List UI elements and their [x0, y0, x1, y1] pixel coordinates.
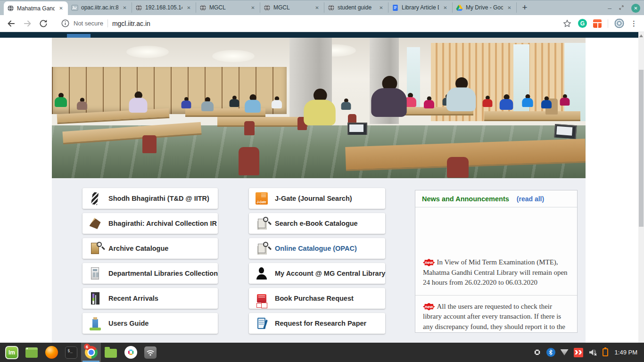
photo-window: [564, 43, 586, 121]
info-icon[interactable]: [61, 19, 69, 27]
web-page: Shodh Bhagirathi (T&D @ IITR) Bhagirathi…: [0, 32, 644, 343]
tab-close-icon[interactable]: ✕: [121, 4, 128, 11]
tab-close-icon[interactable]: ✕: [506, 4, 513, 11]
link-research-paper-request[interactable]: Request for Research Paper: [249, 313, 385, 334]
tab-close-icon[interactable]: ✕: [185, 4, 192, 11]
news-announcements-panel: News and Announcements (read all) newIn …: [415, 190, 578, 333]
tab-mgcl-2[interactable]: MGCL ✕: [260, 2, 324, 13]
scrollbar-up-arrow[interactable]: [639, 34, 643, 37]
mint-menu-button[interactable]: lm: [2, 343, 22, 362]
tab-title: MGCL: [273, 4, 311, 11]
grammarly-extension-icon[interactable]: G: [578, 19, 587, 28]
link-online-catalogue-opac[interactable]: Online Catalogue (OPAC): [249, 238, 385, 259]
link-bhagirathi-archival[interactable]: Bhagirathi: Archival Collection IR: [83, 213, 218, 234]
tab-title: student guide: [338, 4, 375, 11]
scrollbar-thumb[interactable]: [639, 70, 644, 227]
slack-tray-icon[interactable]: [533, 348, 541, 356]
tab-close-icon[interactable]: ✕: [58, 5, 65, 12]
photo-person: [424, 96, 434, 108]
browser-tab-bar: Mahatma Gand ✕ opac.iitr.ac.in:8 ✕ 192.1…: [0, 0, 644, 15]
quick-links-left-column: Shodh Bhagirathi (T&D @ IITR) Bhagirathi…: [83, 188, 218, 338]
screenshot-extension-icon[interactable]: [593, 19, 602, 28]
reload-button[interactable]: [38, 18, 49, 29]
profile-avatar[interactable]: [614, 18, 624, 28]
tab-title: Mahatma Gand: [17, 5, 55, 12]
url-text[interactable]: mgcl.iitr.ac.in: [112, 20, 150, 27]
restore-button[interactable]: [619, 4, 624, 12]
network-tray-icon[interactable]: [561, 349, 569, 355]
site-header-bar: [0, 32, 638, 38]
broken-image-favicon-icon: [71, 4, 78, 11]
tab-ip-address[interactable]: 192.168.105.14 ✕: [132, 2, 196, 13]
photo-person-foreground: [304, 89, 336, 125]
link-jgate[interactable]: J-Gate J-Gate (Journal Search): [249, 188, 385, 209]
file-manager-launcher[interactable]: [101, 343, 121, 362]
photo-person-foreground: [371, 76, 406, 117]
photo-person: [129, 91, 147, 113]
slack-launcher[interactable]: [121, 343, 140, 362]
tab-close-icon[interactable]: ✕: [314, 4, 321, 11]
firefox-launcher[interactable]: [41, 343, 61, 362]
tab-title: My Drive - Goog: [466, 4, 503, 11]
anydesk-tray-icon[interactable]: [574, 348, 583, 357]
tab-mahatma-gandhi[interactable]: Mahatma Gand ✕: [4, 1, 68, 15]
browser-menu-icon[interactable]: ⋮: [630, 19, 637, 28]
toolbar-separator: [608, 19, 608, 28]
photo-table: [217, 117, 308, 127]
photo-person: [181, 97, 191, 108]
forward-button[interactable]: [22, 18, 33, 29]
news-item-text: All the users are requested to check the…: [423, 303, 565, 330]
globe-favicon-icon: [199, 4, 206, 11]
photo-table: [484, 111, 580, 121]
new-badge: new: [423, 303, 435, 311]
link-ebook-catalogue[interactable]: Search e-Book Catalogue: [249, 213, 385, 234]
link-recent-arrivals[interactable]: Recent Arrivals: [83, 288, 218, 309]
tab-title: opac.iitr.ac.in:8: [81, 4, 118, 11]
tab-close-icon[interactable]: ✕: [442, 4, 449, 11]
bookmark-star-icon[interactable]: [562, 19, 572, 28]
link-shodh-bhagirathi[interactable]: Shodh Bhagirathi (T&D @ IITR): [83, 188, 218, 209]
desktop-taskbar: lm $_ 6 1:49 PM: [0, 343, 644, 362]
photo-person: [229, 96, 239, 107]
network-app-launcher[interactable]: [140, 343, 160, 362]
linux-mint-icon: lm: [5, 346, 18, 359]
news-read-all-link[interactable]: (read all): [517, 195, 544, 203]
tab-close-icon[interactable]: ✕: [378, 4, 385, 11]
new-tab-button[interactable]: +: [518, 2, 532, 13]
news-item: newIn View of Mid Term Examination (MTE)…: [415, 254, 577, 295]
globe-favicon-icon: [328, 4, 335, 11]
battery-icon[interactable]: [603, 348, 608, 356]
link-users-guide[interactable]: Users Guide: [83, 313, 218, 334]
tab-library-article[interactable]: Library Article D ✕: [388, 2, 453, 13]
bluetooth-icon[interactable]: [546, 348, 555, 357]
archive-search-icon: [89, 241, 101, 256]
taskbar-clock[interactable]: 1:49 PM: [615, 349, 637, 356]
link-book-purchase-request[interactable]: Book Purchase Request: [249, 288, 385, 309]
link-departmental-libraries[interactable]: Departmental Libraries Collection: [83, 263, 218, 284]
tab-my-drive[interactable]: My Drive - Goog ✕: [453, 2, 517, 13]
show-desktop-button[interactable]: [22, 343, 41, 362]
terminal-icon: $_: [65, 346, 77, 359]
photo-laptop: [346, 123, 367, 137]
minimize-button[interactable]: –: [608, 6, 611, 10]
chrome-launcher[interactable]: 6: [81, 343, 101, 362]
tab-close-icon[interactable]: ✕: [249, 4, 256, 11]
photo-person: [560, 94, 570, 106]
link-archive-catalogue[interactable]: Archive Catalogue: [83, 238, 218, 259]
tab-opac[interactable]: opac.iitr.ac.in:8 ✕: [68, 2, 132, 13]
volume-muted-icon[interactable]: [588, 348, 597, 356]
address-bar[interactable]: Not secure mgcl.iitr.ac.in: [61, 19, 558, 27]
link-my-account[interactable]: My Account @ MG Central Library: [249, 263, 385, 284]
close-window-button[interactable]: ✕: [631, 4, 640, 13]
page-scrollbar[interactable]: [638, 32, 644, 343]
news-panel-header: News and Announcements (read all): [415, 190, 577, 207]
terminal-launcher[interactable]: $_: [61, 343, 81, 362]
thesis-stack-icon: [89, 191, 101, 206]
user-account-icon: [255, 266, 268, 281]
tab-mgcl-1[interactable]: MGCL ✕: [196, 2, 260, 13]
tab-student-guide[interactable]: student guide ✕: [324, 2, 388, 13]
security-label[interactable]: Not secure: [74, 20, 103, 27]
window-controls: – ✕: [608, 0, 640, 16]
departmental-kiosk-icon: [89, 266, 101, 281]
back-button[interactable]: [6, 18, 17, 29]
